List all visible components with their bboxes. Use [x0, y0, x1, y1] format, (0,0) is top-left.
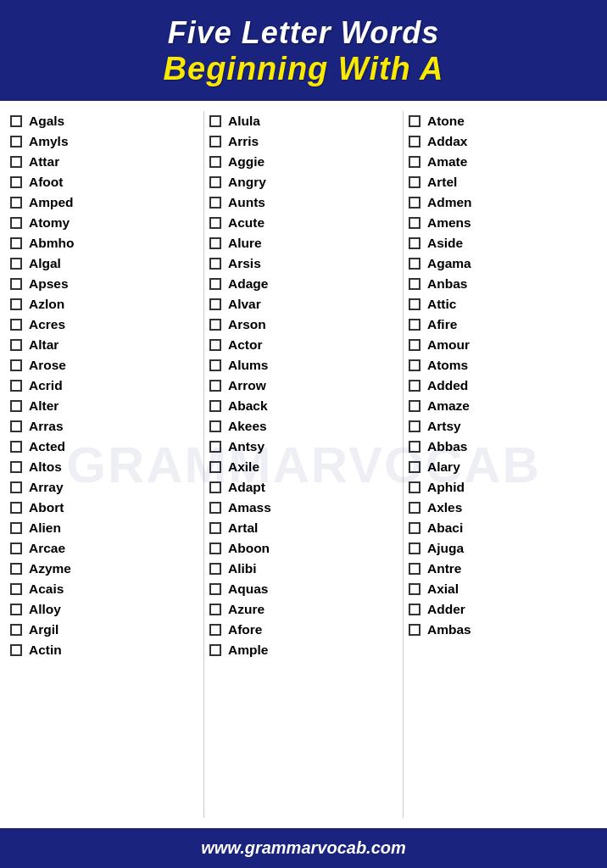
checkbox-icon[interactable] [209, 380, 221, 392]
list-item[interactable]: Algal [8, 253, 200, 274]
checkbox-icon[interactable] [209, 176, 221, 188]
list-item[interactable]: Aggie [208, 152, 399, 172]
list-item[interactable]: Ample [208, 640, 399, 660]
checkbox-icon[interactable] [10, 136, 22, 147]
checkbox-icon[interactable] [409, 522, 420, 534]
list-item[interactable]: Altos [8, 457, 200, 477]
checkbox-icon[interactable] [409, 115, 420, 127]
checkbox-icon[interactable] [409, 359, 420, 371]
list-item[interactable]: Artel [407, 172, 599, 192]
list-item[interactable]: Added [407, 376, 599, 396]
checkbox-icon[interactable] [10, 644, 22, 656]
list-item[interactable]: Acute [208, 213, 399, 233]
list-item[interactable]: Acais [8, 579, 200, 599]
checkbox-icon[interactable] [409, 583, 420, 595]
list-item[interactable]: Actor [208, 335, 399, 355]
list-item[interactable]: Attar [8, 152, 200, 172]
checkbox-icon[interactable] [409, 319, 420, 331]
checkbox-icon[interactable] [10, 502, 22, 514]
checkbox-icon[interactable] [209, 441, 221, 453]
list-item[interactable]: Ajuga [407, 538, 599, 559]
list-item[interactable]: Alums [208, 355, 399, 376]
list-item[interactable]: Actin [8, 640, 200, 660]
list-item[interactable]: Axile [208, 457, 399, 477]
checkbox-icon[interactable] [209, 624, 221, 636]
list-item[interactable]: Atoms [407, 355, 599, 376]
checkbox-icon[interactable] [10, 583, 22, 595]
list-item[interactable]: Azyme [8, 559, 200, 579]
checkbox-icon[interactable] [409, 542, 420, 554]
checkbox-icon[interactable] [209, 197, 221, 209]
list-item[interactable]: Alien [8, 518, 200, 538]
checkbox-icon[interactable] [10, 176, 22, 188]
checkbox-icon[interactable] [209, 644, 221, 656]
checkbox-icon[interactable] [409, 563, 420, 575]
checkbox-icon[interactable] [409, 441, 420, 453]
list-item[interactable]: Arose [8, 355, 200, 376]
checkbox-icon[interactable] [409, 197, 420, 209]
list-item[interactable]: Axial [407, 579, 599, 599]
checkbox-icon[interactable] [10, 380, 22, 392]
checkbox-icon[interactable] [10, 604, 22, 615]
checkbox-icon[interactable] [10, 563, 22, 575]
list-item[interactable]: Alloy [8, 599, 200, 620]
list-item[interactable]: Abmho [8, 233, 200, 253]
checkbox-icon[interactable] [10, 237, 22, 249]
list-item[interactable]: Anbas [407, 274, 599, 294]
list-item[interactable]: Apses [8, 274, 200, 294]
list-item[interactable]: Acrid [8, 376, 200, 396]
checkbox-icon[interactable] [409, 380, 420, 392]
checkbox-icon[interactable] [209, 156, 221, 168]
list-item[interactable]: Abaci [407, 518, 599, 538]
list-item[interactable]: Axles [407, 498, 599, 518]
list-item[interactable]: Alary [407, 457, 599, 477]
list-item[interactable]: Afore [208, 620, 399, 640]
list-item[interactable]: Amped [8, 192, 200, 213]
list-item[interactable]: Acted [8, 437, 200, 457]
list-item[interactable]: Adder [407, 599, 599, 620]
list-item[interactable]: Amaze [407, 396, 599, 416]
checkbox-icon[interactable] [409, 156, 420, 168]
list-item[interactable]: Aunts [208, 192, 399, 213]
list-item[interactable]: Arrow [208, 376, 399, 396]
list-item[interactable]: Agals [8, 111, 200, 131]
list-item[interactable]: Alter [8, 396, 200, 416]
checkbox-icon[interactable] [10, 217, 22, 229]
checkbox-icon[interactable] [209, 359, 221, 371]
list-item[interactable]: Antsy [208, 437, 399, 457]
checkbox-icon[interactable] [209, 319, 221, 331]
checkbox-icon[interactable] [209, 461, 221, 473]
checkbox-icon[interactable] [209, 298, 221, 310]
checkbox-icon[interactable] [409, 604, 420, 615]
checkbox-icon[interactable] [209, 522, 221, 534]
checkbox-icon[interactable] [10, 522, 22, 534]
list-item[interactable]: Alibi [208, 559, 399, 579]
checkbox-icon[interactable] [209, 339, 221, 351]
list-item[interactable]: Acres [8, 314, 200, 335]
list-item[interactable]: Akees [208, 416, 399, 437]
checkbox-icon[interactable] [209, 278, 221, 290]
list-item[interactable]: Arson [208, 314, 399, 335]
list-item[interactable]: Azure [208, 599, 399, 620]
checkbox-icon[interactable] [409, 278, 420, 290]
checkbox-icon[interactable] [10, 400, 22, 412]
list-item[interactable]: Amour [407, 335, 599, 355]
checkbox-icon[interactable] [409, 339, 420, 351]
checkbox-icon[interactable] [10, 278, 22, 290]
list-item[interactable]: Altar [8, 335, 200, 355]
checkbox-icon[interactable] [209, 237, 221, 249]
checkbox-icon[interactable] [10, 542, 22, 554]
checkbox-icon[interactable] [409, 400, 420, 412]
checkbox-icon[interactable] [10, 156, 22, 168]
list-item[interactable]: Atomy [8, 213, 200, 233]
list-item[interactable]: Arras [8, 416, 200, 437]
checkbox-icon[interactable] [209, 481, 221, 493]
checkbox-icon[interactable] [209, 420, 221, 432]
list-item[interactable]: Adapt [208, 477, 399, 498]
list-item[interactable]: Attic [407, 294, 599, 314]
checkbox-icon[interactable] [209, 502, 221, 514]
list-item[interactable]: Amyls [8, 131, 200, 152]
list-item[interactable]: Amate [407, 152, 599, 172]
checkbox-icon[interactable] [209, 217, 221, 229]
checkbox-icon[interactable] [209, 115, 221, 127]
